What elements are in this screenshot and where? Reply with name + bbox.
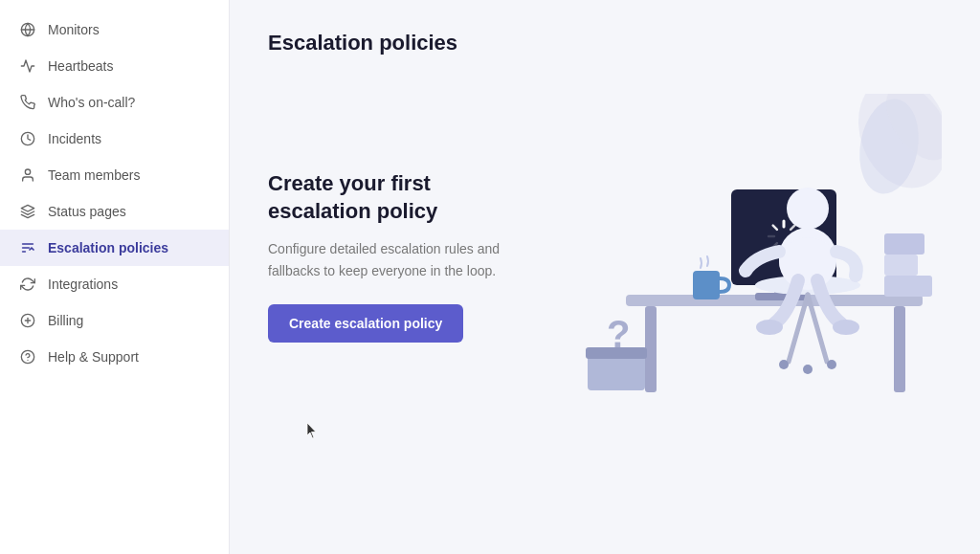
activity-icon <box>19 57 36 75</box>
sidebar-item-monitors[interactable]: Monitors <box>0 11 229 48</box>
illustration: ? <box>511 94 942 419</box>
svg-point-36 <box>779 360 789 369</box>
empty-state-description: Configure detailed escalation rules and … <box>268 238 511 281</box>
sidebar-item-label: Billing <box>48 313 83 328</box>
svg-marker-4 <box>21 205 33 211</box>
sidebar-item-incidents[interactable]: Incidents <box>0 121 229 157</box>
sidebar-item-label: Escalation policies <box>48 240 168 255</box>
sidebar-item-label: Incidents <box>48 131 101 146</box>
sidebar-item-label: Status pages <box>48 204 126 219</box>
empty-state-title: Create your first escalation policy <box>268 170 511 225</box>
mouse-cursor <box>306 422 318 439</box>
sidebar-item-billing[interactable]: Billing <box>0 302 229 339</box>
svg-rect-18 <box>894 306 905 392</box>
svg-rect-31 <box>693 271 720 299</box>
sidebar-item-escalation-policies[interactable]: Escalation policies <box>0 230 229 266</box>
sidebar-item-label: Heartbeats <box>48 58 113 74</box>
dollar-icon <box>19 312 36 329</box>
svg-point-38 <box>803 365 813 374</box>
page-title: Escalation policies <box>268 31 942 55</box>
svg-point-39 <box>787 188 829 230</box>
sidebar-item-integrations[interactable]: Integrations <box>0 266 229 302</box>
sidebar: Monitors Heartbeats Who's on-call? Incid… <box>0 0 230 554</box>
main-content: Escalation policies Create your first es… <box>230 0 980 554</box>
clock-icon <box>19 130 36 147</box>
sidebar-item-team-members[interactable]: Team members <box>0 157 229 193</box>
svg-point-37 <box>827 360 836 369</box>
refresh-icon <box>19 276 36 293</box>
sidebar-item-label: Integrations <box>48 277 118 292</box>
sidebar-item-heartbeats[interactable]: Heartbeats <box>0 48 229 84</box>
sidebar-item-label: Monitors <box>48 22 100 37</box>
create-escalation-policy-button[interactable]: Create escalation policy <box>268 304 463 343</box>
sidebar-item-help-support[interactable]: Help & Support <box>0 339 229 375</box>
empty-state-text: Create your first escalation policy Conf… <box>268 170 511 343</box>
empty-state-container: Create your first escalation policy Conf… <box>268 94 942 419</box>
svg-rect-46 <box>884 276 932 297</box>
sidebar-item-whos-oncall[interactable]: Who's on-call? <box>0 84 229 121</box>
layers-icon <box>19 203 36 220</box>
question-icon <box>19 348 36 366</box>
phone-icon <box>19 94 36 111</box>
svg-point-41 <box>756 320 783 335</box>
svg-point-40 <box>779 237 836 285</box>
svg-text:?: ? <box>607 313 630 355</box>
sidebar-item-label: Help & Support <box>48 349 139 365</box>
svg-point-3 <box>25 169 30 174</box>
sidebar-item-status-pages[interactable]: Status pages <box>0 193 229 230</box>
globe-icon <box>19 21 36 38</box>
svg-rect-47 <box>884 255 918 276</box>
svg-point-42 <box>833 320 859 335</box>
sidebar-item-label: Team members <box>48 167 140 183</box>
sidebar-item-label: Who's on-call? <box>48 95 135 110</box>
sort-asc-icon <box>19 239 36 256</box>
svg-rect-48 <box>884 233 924 255</box>
user-icon <box>19 166 36 184</box>
